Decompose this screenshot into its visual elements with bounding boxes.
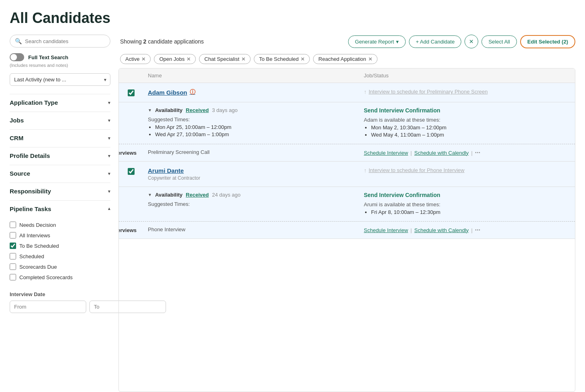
select-all-button[interactable]: Select All: [481, 35, 517, 48]
checkbox-to-be-scheduled[interactable]: To Be Scheduled: [10, 241, 110, 251]
interview-item-adam: Preliminary Screening Call: [143, 144, 359, 161]
more-options-arumi[interactable]: ···: [475, 226, 480, 234]
filter-profile-details[interactable]: Profile Details ▾: [10, 147, 110, 164]
interview-date-section: Interview Date: [10, 291, 110, 313]
date-from-input[interactable]: [10, 301, 86, 313]
full-text-label: Full Text Search: [28, 54, 68, 60]
col-name: Name: [143, 73, 359, 79]
checkbox-completed-scorecards[interactable]: Completed Scorecards: [10, 272, 110, 282]
interview-actions-adam: Schedule Interview | Schedule with Calen…: [359, 144, 575, 161]
generate-report-button[interactable]: Generate Report ▾: [348, 35, 406, 48]
schedule-interview-adam[interactable]: Schedule Interview: [364, 150, 408, 156]
candidate-name-adam[interactable]: Adam Gibson ⓘ: [148, 89, 354, 96]
status-link-adam[interactable]: Interview to schedule for Preliminary Ph…: [369, 89, 488, 95]
checkbox-scorecards-due[interactable]: Scorecards Due: [10, 261, 110, 272]
checkbox-all-interviews[interactable]: All Interviews: [10, 230, 110, 241]
interview-date-label: Interview Date: [10, 291, 110, 297]
candidate-block-arumi-dante: Arumi Dante Copywriter at Contractor ↑ I…: [119, 162, 575, 239]
interviews-row-arumi: Interviews Phone Interview Schedule Inte…: [119, 222, 575, 239]
interview-actions-arumi: Schedule Interview | Schedule with Calen…: [359, 222, 575, 239]
avail-status-arumi[interactable]: Received: [186, 192, 209, 198]
date-inputs: [10, 301, 110, 313]
availability-section-adam: ▼ Availability Received 3 days ago Sugge…: [119, 102, 575, 144]
edit-selected-button[interactable]: Edit Selected (2): [520, 35, 575, 48]
availability-section-arumi: ▼ Availability Received 24 days ago Sugg…: [119, 187, 575, 221]
availability-action-arumi: Send Interview Confirmation Arumi is ava…: [359, 187, 575, 221]
availability-content-arumi: ▼ Availability Received 24 days ago Sugg…: [143, 187, 359, 221]
schedule-calendly-arumi[interactable]: Schedule with Calendly: [414, 227, 469, 233]
info-icon: ⓘ: [190, 89, 195, 96]
interview-item-arumi: Phone Interview: [143, 222, 359, 239]
more-options-adam[interactable]: ···: [475, 149, 480, 156]
content-area: Showing 2 candidate applications Generat…: [118, 35, 575, 392]
filter-source[interactable]: Source ▾: [10, 165, 110, 182]
clear-filters-button[interactable]: ✕: [465, 35, 478, 48]
candidates-table: Name Job/Status Adam Gibson ⓘ: [118, 68, 575, 392]
chevron-down-icon: ▾: [108, 189, 110, 194]
candidate-checkbox-arumi[interactable]: [119, 167, 143, 175]
interviews-section-adam: Interviews Preliminary Screening Call Sc…: [119, 144, 575, 161]
search-icon: 🔍: [15, 38, 22, 44]
candidate-times-arumi: Fri Apr 8, 10:00am – 12:30pm: [364, 209, 570, 216]
filter-pipeline-tasks[interactable]: Pipeline Tasks ▾ Needs Decision All Inte…: [10, 200, 110, 285]
candidate-status-adam: ↑ Interview to schedule for Preliminary …: [359, 89, 575, 95]
triangle-icon: ▼: [148, 108, 152, 112]
availability-content-adam: ▼ Availability Received 3 days ago Sugge…: [143, 102, 359, 144]
status-arrow-icon: ↑: [364, 167, 367, 174]
chevron-down-icon: ▾: [108, 171, 110, 176]
send-confirm-adam[interactable]: Send Interview Confirmation: [364, 107, 570, 114]
filter-tags-row: Active ✕ Open Jobs ✕ Chat Specialist ✕ T…: [118, 54, 575, 64]
filter-tag-reached-application[interactable]: Reached Application ✕: [313, 54, 378, 64]
interviews-section-arumi: Interviews Phone Interview Schedule Inte…: [119, 221, 575, 239]
remove-tag-reached-application[interactable]: ✕: [368, 56, 372, 62]
candidate-checkbox-adam[interactable]: [119, 89, 143, 96]
avail-status-adam[interactable]: Received: [186, 107, 209, 113]
candidate-block-adam-gibson: Adam Gibson ⓘ ↑ Interview to schedule fo…: [119, 83, 575, 162]
remove-tag-open-jobs[interactable]: ✕: [187, 56, 191, 62]
showing-text: Showing 2 candidate applications: [120, 38, 204, 45]
schedule-interview-arumi[interactable]: Schedule Interview: [364, 227, 408, 233]
triangle-icon: ▼: [148, 193, 152, 197]
checkbox-scheduled[interactable]: Scheduled: [10, 251, 110, 261]
remove-tag-to-be-scheduled[interactable]: ✕: [301, 56, 305, 62]
candidate-name-arumi[interactable]: Arumi Dante: [148, 167, 354, 174]
filter-jobs[interactable]: Jobs ▾: [10, 112, 110, 129]
filter-application-type[interactable]: Application Type ▾: [10, 94, 110, 111]
chevron-down-icon: ▾: [108, 153, 110, 159]
remove-tag-chat-specialist[interactable]: ✕: [241, 56, 245, 62]
filter-tag-chat-specialist[interactable]: Chat Specialist ✕: [199, 54, 251, 64]
page-title: All Candidates: [10, 10, 575, 27]
status-arrow-icon: ↑: [364, 89, 367, 95]
pipeline-tasks-content: Needs Decision All Interviews To Be Sche…: [10, 217, 110, 285]
full-text-toggle[interactable]: [10, 53, 24, 61]
content-header: Showing 2 candidate applications Generat…: [118, 35, 575, 48]
full-text-sub: (Includes resumes and notes): [10, 63, 110, 68]
checkbox-needs-decision[interactable]: Needs Decision: [10, 220, 110, 230]
schedule-calendly-adam[interactable]: Schedule with Calendly: [414, 150, 469, 156]
search-box[interactable]: 🔍: [10, 35, 110, 48]
candidate-times-adam: Mon May 2, 10:30am – 12:00pm Wed May 4, …: [364, 124, 570, 139]
interviews-label-adam: Interviews: [118, 150, 137, 156]
filter-crm[interactable]: CRM ▾: [10, 129, 110, 146]
chevron-down-icon: ▾: [108, 118, 110, 123]
candidate-row-adam: Adam Gibson ⓘ ↑ Interview to schedule fo…: [119, 83, 575, 102]
col-job-status: Job/Status: [359, 73, 575, 79]
filter-tag-active[interactable]: Active ✕: [120, 54, 151, 64]
sort-select[interactable]: Last Activity (new to ...: [10, 73, 110, 86]
availability-header-arumi: ▼ Availability Received 24 days ago: [148, 192, 354, 198]
chevron-down-icon: ▾: [108, 135, 110, 141]
status-link-arumi[interactable]: Interview to schedule for Phone Intervie…: [369, 167, 465, 173]
filter-tag-to-be-scheduled[interactable]: To Be Scheduled ✕: [254, 54, 310, 64]
filter-responsibility[interactable]: Responsibility ▾: [10, 183, 110, 199]
search-input[interactable]: [25, 38, 105, 44]
send-confirm-arumi[interactable]: Send Interview Confirmation: [364, 192, 570, 198]
filter-tag-open-jobs[interactable]: Open Jobs ✕: [154, 54, 196, 64]
add-candidate-button[interactable]: + Add Candidate: [409, 35, 462, 48]
candidate-name-area-adam: Adam Gibson ⓘ: [143, 89, 359, 96]
sort-wrapper[interactable]: Last Activity (new to ... ▾: [10, 73, 110, 86]
remove-tag-active[interactable]: ✕: [141, 56, 145, 62]
candidate-row-arumi: Arumi Dante Copywriter at Contractor ↑ I…: [119, 162, 575, 187]
sidebar: 🔍 Full Text Search (Includes resumes and…: [10, 35, 118, 392]
toolbar-actions: Generate Report ▾ + Add Candidate ✕ Sele…: [348, 35, 575, 48]
suggested-times-adam: Mon Apr 25, 10:00am – 12:00pm Wed Apr 27…: [148, 124, 354, 137]
